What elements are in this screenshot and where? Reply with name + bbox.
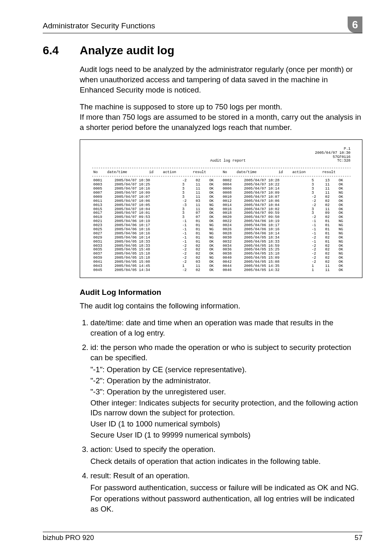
- cell: 11: [323, 269, 337, 273]
- paragraph-2b: If more than 750 logs are assumed to be …: [80, 113, 361, 132]
- report-header: Audit log report P.1 2005/04/07 10:30 57…: [92, 147, 350, 164]
- table-row: 00452005/04/05 14:34-202OK00462005/04/05…: [92, 269, 350, 273]
- subline: "-2": Operation by the administrator.: [90, 376, 362, 386]
- body-block: Audit logs need to be analyzed by the ad…: [80, 65, 362, 514]
- report-header-table: No date/time id action result No date/ti…: [92, 171, 350, 175]
- header-bar: Administrator Security Functions 6: [43, 16, 362, 33]
- running-title: Administrator Security Functions: [43, 21, 155, 30]
- subline: "-1": Operation by CE (service represent…: [90, 365, 362, 375]
- report-data-table: 00012005/04/07 10:30-202OK00022005/04/07…: [92, 179, 350, 272]
- cell: 2005/04/05 14:32: [242, 269, 310, 273]
- audit-log-report: Audit log report P.1 2005/04/07 10:30 57…: [80, 139, 362, 278]
- section-number: 6.4: [43, 44, 67, 57]
- report-meta: P.1 2005/04/07 10:30 57GF0116 TC:328: [315, 147, 350, 164]
- cell: -2: [180, 269, 194, 273]
- col: No: [92, 171, 106, 175]
- subline: For operations without password authenti…: [90, 494, 362, 514]
- list-item: date/time: date and time when an operati…: [90, 318, 362, 338]
- footer-right: 57: [355, 534, 362, 542]
- col: No: [221, 171, 235, 175]
- paragraph-1: Audit logs need to be analyzed by the ad…: [80, 65, 362, 95]
- col: result: [191, 171, 221, 175]
- subline: Check details of operation that action i…: [90, 456, 362, 467]
- section-heading: 6.4 Analyze audit log: [43, 44, 362, 57]
- subline: Other integer: Indicates subjects for se…: [90, 398, 362, 419]
- paragraph-2: The machine is supposed to store up to 7…: [80, 102, 362, 133]
- cell: 1: [310, 269, 323, 273]
- cell: 02: [194, 269, 208, 273]
- list-item: action: Used to specify the operation. C…: [90, 445, 362, 467]
- section-title-text: Analyze audit log: [80, 44, 174, 57]
- subline: "-3": Operation by the unregistered user…: [90, 387, 362, 397]
- cell: OK: [208, 269, 221, 273]
- report-meta-line: TC:328: [315, 159, 350, 163]
- cell: OK: [337, 269, 350, 273]
- list-item: id: the person who made the operation or…: [90, 343, 362, 441]
- cell: 0046: [221, 269, 242, 273]
- item-4-sublines: For password authentication, success or …: [90, 483, 362, 514]
- cell: 2005/04/05 14:34: [113, 269, 181, 273]
- col: action: [291, 171, 321, 175]
- footer: bizhub PRO 920 57: [43, 532, 362, 542]
- chapter-badge: 6: [348, 16, 362, 33]
- info-list: date/time: date and time when an operati…: [80, 318, 362, 514]
- col: date/time: [106, 171, 148, 175]
- subsection-intro: The audit log contains the following inf…: [80, 301, 362, 311]
- item-2-sublines: "-1": Operation by CE (service represent…: [90, 365, 362, 441]
- report-title: Audit log report: [141, 159, 315, 163]
- col: action: [161, 171, 191, 175]
- item-4-text: result: Result of an operation.: [90, 471, 190, 480]
- subline: User ID (1 to 1000 numerical symbols): [90, 419, 362, 429]
- col: date/time: [235, 171, 277, 175]
- paragraph-2a: The machine is supposed to store up to 7…: [80, 102, 282, 111]
- item-3-sublines: Check details of operation that action i…: [90, 456, 362, 467]
- item-2-text: id: the person who made the operation or…: [90, 343, 351, 362]
- subline: Secure User ID (1 to 99999 numerical sym…: [90, 430, 362, 440]
- page: Administrator Security Functions 6 6.4 A…: [0, 0, 392, 556]
- col: id: [148, 171, 161, 175]
- item-1-text: date/time: date and time when an operati…: [90, 318, 333, 337]
- list-item: result: Result of an operation. For pass…: [90, 471, 362, 514]
- footer-left: bizhub PRO 920: [43, 534, 94, 542]
- subsection-title: Audit Log Information: [80, 288, 362, 297]
- report-header-row: No date/time id action result No date/ti…: [92, 171, 350, 175]
- col: result: [321, 171, 350, 175]
- subline: For password authentication, success or …: [90, 483, 362, 493]
- col: id: [277, 171, 291, 175]
- cell: 0045: [92, 269, 113, 273]
- dash-line: ----------------------------------------…: [92, 167, 350, 171]
- item-3-text: action: Used to specify the operation.: [90, 445, 215, 454]
